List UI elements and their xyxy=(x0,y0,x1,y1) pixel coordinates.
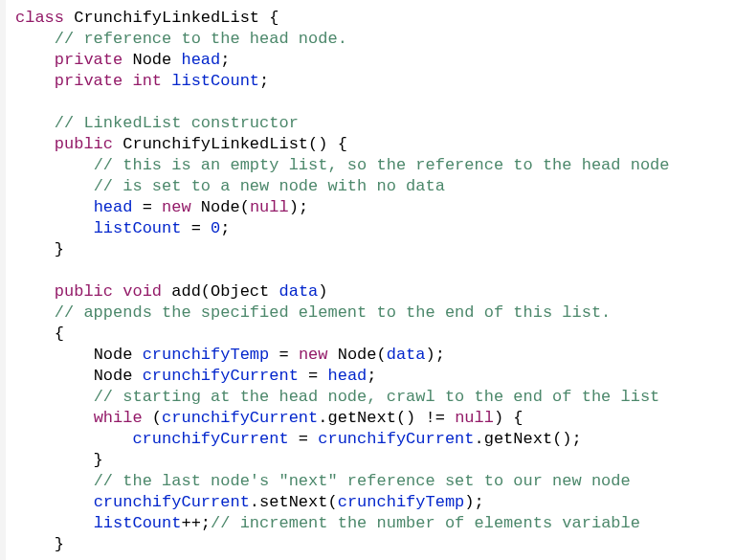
comment: // increment the number of elements vari… xyxy=(211,514,640,532)
keyword-while: while xyxy=(94,409,143,427)
type-node: Node xyxy=(94,367,133,385)
field-listCount: listCount xyxy=(171,72,259,90)
field-listCount: listCount xyxy=(94,514,182,532)
method-getNext: getNext xyxy=(327,409,395,427)
constructor-name: CrunchifyLinkedList xyxy=(122,135,308,153)
method-getNext: getNext xyxy=(484,430,552,448)
keyword-private: private xyxy=(55,51,122,69)
keyword-public: public xyxy=(55,282,113,301)
type-node: Node xyxy=(132,51,171,69)
keyword-void: void xyxy=(122,282,162,301)
method-setNext: setNext xyxy=(259,493,327,511)
comment: // this is an empty list, so the referen… xyxy=(94,156,670,174)
var-crunchifyCurrent: crunchifyCurrent xyxy=(132,430,288,448)
var-crunchifyCurrent: crunchifyCurrent xyxy=(143,367,299,385)
keyword-class: class xyxy=(15,9,64,27)
keyword-new: new xyxy=(299,346,328,364)
code-block: class CrunchifyLinkedList { // reference… xyxy=(0,0,735,560)
comment: // LinkedList constructor xyxy=(55,114,299,132)
field-head: head xyxy=(327,367,367,385)
var-crunchifyCurrent: crunchifyCurrent xyxy=(162,409,318,427)
keyword-null: null xyxy=(250,198,289,216)
var-crunchifyCurrent: crunchifyCurrent xyxy=(318,430,474,448)
keyword-int: int xyxy=(132,72,162,90)
field-head: head xyxy=(94,198,133,216)
param-data: data xyxy=(387,346,426,364)
editor-gutter xyxy=(0,0,6,560)
param-data: data xyxy=(278,282,318,301)
comment: // appends the specified element to the … xyxy=(55,303,612,322)
type-node: Node xyxy=(338,346,377,364)
type-node: Node xyxy=(201,198,240,216)
comment: // the last node's "next" reference set … xyxy=(94,472,631,490)
type-object: Object xyxy=(211,282,269,301)
class-name: CrunchifyLinkedList xyxy=(74,9,259,27)
keyword-new: new xyxy=(162,198,191,216)
var-crunchifyCurrent: crunchifyCurrent xyxy=(94,493,250,511)
type-node: Node xyxy=(94,346,133,364)
method-add: add xyxy=(171,282,201,301)
keyword-public: public xyxy=(55,135,113,153)
comment: // is set to a new node with no data xyxy=(94,177,445,195)
comment: // reference to the head node. xyxy=(55,30,347,48)
comment: // starting at the head node, crawl to t… xyxy=(94,388,660,406)
keyword-null: null xyxy=(455,409,494,427)
field-listCount: listCount xyxy=(94,219,182,237)
keyword-private: private xyxy=(55,72,122,90)
field-head: head xyxy=(181,51,220,69)
number-zero: 0 xyxy=(211,219,220,237)
var-crunchifyTemp: crunchifyTemp xyxy=(338,493,465,511)
var-crunchifyTemp: crunchifyTemp xyxy=(143,346,270,364)
